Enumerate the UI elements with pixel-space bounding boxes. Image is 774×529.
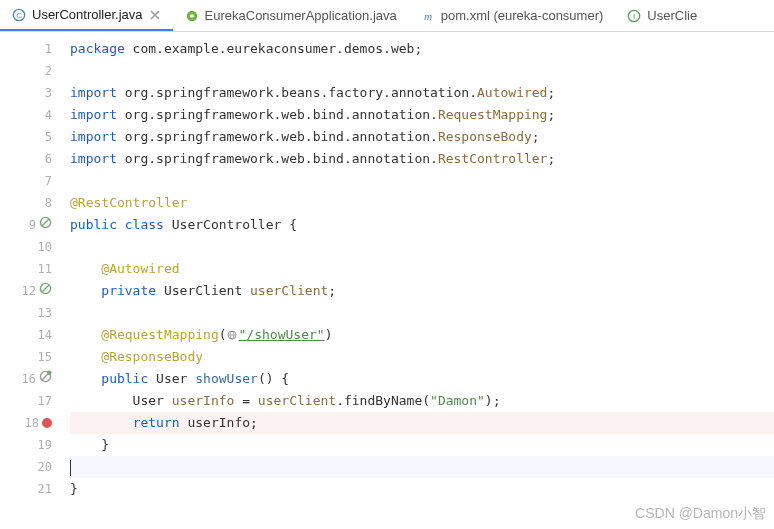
gutter-line-10[interactable]: 10	[0, 236, 58, 258]
svg-line-7	[42, 219, 49, 226]
line-number: 10	[38, 236, 52, 258]
text-caret	[70, 460, 71, 476]
gutter-line-9[interactable]: 9	[0, 214, 58, 236]
class-icon: C	[12, 8, 26, 22]
code-area[interactable]: package com.example.eurekaconsumer.demos…	[58, 32, 774, 529]
code-line-20[interactable]	[70, 456, 774, 478]
line-number: 19	[38, 434, 52, 456]
gutter-line-18[interactable]: 18	[0, 412, 58, 434]
line-number: 3	[45, 82, 52, 104]
code-line-7[interactable]	[70, 170, 774, 192]
code-line-1[interactable]: package com.example.eurekaconsumer.demos…	[70, 38, 774, 60]
code-line-2[interactable]	[70, 60, 774, 82]
tab-1[interactable]: EurekaConsumerApplication.java	[173, 0, 409, 31]
suppress-icon	[39, 280, 52, 302]
web-icon	[227, 325, 237, 347]
gutter-line-17[interactable]: 17	[0, 390, 58, 412]
tab-label: UserClie	[647, 8, 697, 23]
gutter-line-13[interactable]: 13	[0, 302, 58, 324]
line-number: 12	[22, 280, 36, 302]
code-line-5[interactable]: import org.springframework.web.bind.anno…	[70, 126, 774, 148]
code-line-13[interactable]	[70, 302, 774, 324]
line-number: 2	[45, 60, 52, 82]
close-icon[interactable]	[149, 9, 161, 21]
line-number: 18	[25, 412, 39, 434]
svg-text:m: m	[424, 9, 432, 21]
gutter-line-19[interactable]: 19	[0, 434, 58, 456]
code-line-3[interactable]: import org.springframework.beans.factory…	[70, 82, 774, 104]
gutter-line-14[interactable]: 14	[0, 324, 58, 346]
line-number: 9	[29, 214, 36, 236]
code-line-17[interactable]: User userInfo = userClient.findByName("D…	[70, 390, 774, 412]
code-line-14[interactable]: @RequestMapping("/showUser")	[70, 324, 774, 346]
line-number-gutter: 123456789101112131415161718192021	[0, 32, 58, 529]
editor-tabs: CUserController.javaEurekaConsumerApplic…	[0, 0, 774, 32]
gutter-line-1[interactable]: 1	[0, 38, 58, 60]
interface-icon: I	[627, 9, 641, 23]
line-number: 15	[38, 346, 52, 368]
mixed-icon	[39, 368, 52, 390]
code-line-11[interactable]: @Autowired	[70, 258, 774, 280]
gutter-line-6[interactable]: 6	[0, 148, 58, 170]
code-line-19[interactable]: }	[70, 434, 774, 456]
line-number: 7	[45, 170, 52, 192]
line-number: 1	[45, 38, 52, 60]
line-number: 4	[45, 104, 52, 126]
svg-text:I: I	[633, 11, 635, 20]
svg-point-12	[47, 370, 52, 375]
code-line-18[interactable]: return userInfo;	[70, 412, 774, 434]
gutter-line-4[interactable]: 4	[0, 104, 58, 126]
editor-area: 123456789101112131415161718192021 packag…	[0, 32, 774, 529]
breakpoint-icon[interactable]	[42, 418, 52, 428]
code-line-4[interactable]: import org.springframework.web.bind.anno…	[70, 104, 774, 126]
gutter-line-2[interactable]: 2	[0, 60, 58, 82]
code-line-16[interactable]: public User showUser() {	[70, 368, 774, 390]
gutter-line-15[interactable]: 15	[0, 346, 58, 368]
gutter-line-8[interactable]: 8	[0, 192, 58, 214]
watermark: CSDN @Damon小智	[635, 505, 766, 523]
gutter-line-12[interactable]: 12	[0, 280, 58, 302]
line-number: 20	[38, 456, 52, 478]
code-line-10[interactable]	[70, 236, 774, 258]
line-number: 21	[38, 478, 52, 500]
line-number: 5	[45, 126, 52, 148]
line-number: 16	[22, 368, 36, 390]
code-line-9[interactable]: public class UserController {	[70, 214, 774, 236]
tab-label: EurekaConsumerApplication.java	[205, 8, 397, 23]
maven-icon: m	[421, 9, 435, 23]
tab-label: pom.xml (eureka-consumer)	[441, 8, 604, 23]
suppress-icon	[39, 214, 52, 236]
code-line-12[interactable]: private UserClient userClient;	[70, 280, 774, 302]
code-line-15[interactable]: @ResponseBody	[70, 346, 774, 368]
line-number: 14	[38, 324, 52, 346]
line-number: 11	[38, 258, 52, 280]
gutter-line-3[interactable]: 3	[0, 82, 58, 104]
line-number: 17	[38, 390, 52, 412]
code-line-6[interactable]: import org.springframework.web.bind.anno…	[70, 148, 774, 170]
gutter-line-21[interactable]: 21	[0, 478, 58, 500]
line-number: 8	[45, 192, 52, 214]
tab-label: UserController.java	[32, 7, 143, 22]
gutter-line-7[interactable]: 7	[0, 170, 58, 192]
svg-text:C: C	[16, 10, 22, 19]
gutter-line-20[interactable]: 20	[0, 456, 58, 478]
gutter-line-5[interactable]: 5	[0, 126, 58, 148]
svg-line-9	[42, 285, 49, 292]
spring-icon	[185, 9, 199, 23]
gutter-line-16[interactable]: 16	[0, 368, 58, 390]
gutter-line-11[interactable]: 11	[0, 258, 58, 280]
code-line-8[interactable]: @RestController	[70, 192, 774, 214]
tab-2[interactable]: mpom.xml (eureka-consumer)	[409, 0, 616, 31]
line-number: 13	[38, 302, 52, 324]
tab-0[interactable]: CUserController.java	[0, 0, 173, 31]
code-line-21[interactable]: }	[70, 478, 774, 500]
line-number: 6	[45, 148, 52, 170]
tab-3[interactable]: IUserClie	[615, 0, 709, 31]
